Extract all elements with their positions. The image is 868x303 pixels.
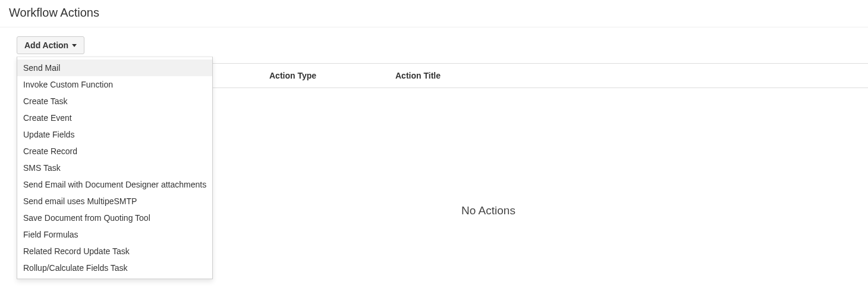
dropdown-item-sms-task[interactable]: SMS Task xyxy=(17,160,212,176)
dropdown-item-create-record[interactable]: Create Record xyxy=(17,143,212,160)
empty-state-message: No Actions xyxy=(109,88,868,217)
dropdown-item-field-formulas[interactable]: Field Formulas xyxy=(17,226,212,243)
caret-down-icon xyxy=(72,44,77,47)
dropdown-item-rollup-calculate[interactable]: Rollup/Calculate Fields Task xyxy=(17,260,212,276)
dropdown-item-related-record-update[interactable]: Related Record Update Task xyxy=(17,243,212,260)
dropdown-item-create-task[interactable]: Create Task xyxy=(17,93,212,110)
dropdown-item-send-mail[interactable]: Send Mail xyxy=(17,60,212,76)
add-action-button[interactable]: Add Action xyxy=(17,36,84,54)
toolbar: Add Action Send Mail Invoke Custom Funct… xyxy=(0,27,868,63)
add-action-label: Add Action xyxy=(24,40,68,50)
table-header: Action Type Action Title xyxy=(109,63,868,88)
column-action-title: Action Title xyxy=(388,64,868,88)
dropdown-item-send-email-multiple-smtp[interactable]: Send email uses MultipeSMTP xyxy=(17,193,212,210)
dropdown-item-create-event[interactable]: Create Event xyxy=(17,110,212,126)
page-title: Workflow Actions xyxy=(0,0,868,27)
add-action-dropdown: Send Mail Invoke Custom Function Create … xyxy=(17,57,213,279)
dropdown-item-send-email-doc-designer[interactable]: Send Email with Document Designer attach… xyxy=(17,176,212,193)
dropdown-item-invoke-custom-function[interactable]: Invoke Custom Function xyxy=(17,76,212,93)
dropdown-item-save-document-quoting[interactable]: Save Document from Quoting Tool xyxy=(17,210,212,226)
dropdown-item-update-fields[interactable]: Update Fields xyxy=(17,126,212,143)
